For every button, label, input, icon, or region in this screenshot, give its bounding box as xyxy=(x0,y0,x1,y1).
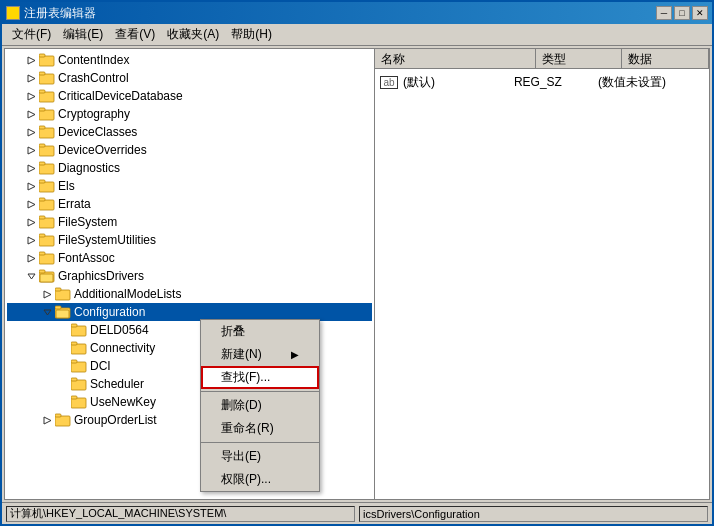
title-bar-buttons: ─ □ ✕ xyxy=(656,6,708,20)
ctx-export[interactable]: 导出(E) xyxy=(201,445,319,468)
svg-rect-56 xyxy=(71,396,77,399)
tree-item-errata[interactable]: Errata xyxy=(7,195,372,213)
expand-icon-connectivity[interactable] xyxy=(55,340,71,356)
expand-icon-filesystem[interactable] xyxy=(23,214,39,230)
svg-rect-47 xyxy=(71,326,86,336)
tree-label-scheduler: Scheduler xyxy=(90,377,144,391)
title-bar: 注册表编辑器 ─ □ ✕ xyxy=(2,2,712,24)
expand-icon-fontassoc[interactable] xyxy=(23,250,39,266)
minimize-button[interactable]: ─ xyxy=(656,6,672,20)
ctx-permissions[interactable]: 权限(P)... xyxy=(201,468,319,491)
menu-help[interactable]: 帮助(H) xyxy=(225,24,278,45)
tree-item-filesystem[interactable]: FileSystem xyxy=(7,213,372,231)
status-bar: 计算机\HKEY_LOCAL_MACHINE\SYSTEM\ icsDriver… xyxy=(2,502,712,524)
tree-item-graphicsdrivers[interactable]: GraphicsDrivers xyxy=(7,267,372,285)
expand-icon-contentindex[interactable] xyxy=(23,52,39,68)
expand-icon-deviceclasses[interactable] xyxy=(23,124,39,140)
folder-icon-criticaldevicedatabase xyxy=(39,89,55,103)
expand-icon-crashcontrol[interactable] xyxy=(23,70,39,86)
tree-item-diagnostics[interactable]: Diagnostics xyxy=(7,159,372,177)
tree-item-cryptography[interactable]: Cryptography xyxy=(7,105,372,123)
expand-icon-errata[interactable] xyxy=(23,196,39,212)
ctx-delete[interactable]: 删除(D) xyxy=(201,394,319,417)
menu-view[interactable]: 查看(V) xyxy=(109,24,161,45)
expand-icon-additionalmodelists[interactable] xyxy=(39,286,55,302)
tree-item-crashcontrol[interactable]: CrashControl xyxy=(7,69,372,87)
tree-label-graphicsdrivers: GraphicsDrivers xyxy=(58,269,144,283)
svg-rect-52 xyxy=(71,360,77,363)
tree-label-cryptography: Cryptography xyxy=(58,107,130,121)
svg-rect-42 xyxy=(55,288,61,291)
expand-icon-diagnostics[interactable] xyxy=(23,160,39,176)
tree-label-contentindex: ContentIndex xyxy=(58,53,129,67)
menu-edit[interactable]: 编辑(E) xyxy=(57,24,109,45)
svg-marker-9 xyxy=(28,111,35,118)
ctx-rename[interactable]: 重命名(R) xyxy=(201,417,319,440)
svg-rect-11 xyxy=(39,108,45,111)
tree-item-deviceclasses[interactable]: DeviceClasses xyxy=(7,123,372,141)
folder-icon-dci xyxy=(71,359,87,373)
folder-icon-additionalmodelists xyxy=(55,287,71,301)
expand-icon-grouporderlist[interactable] xyxy=(39,412,55,428)
expand-icon-deld0564[interactable] xyxy=(55,322,71,338)
svg-rect-20 xyxy=(39,162,45,165)
svg-rect-29 xyxy=(39,216,45,219)
svg-marker-3 xyxy=(28,75,35,82)
right-panel: 名称 类型 数据 ab (默认) REG_SZ (数值未设置) xyxy=(375,49,709,499)
tree-label-fontassoc: FontAssoc xyxy=(58,251,115,265)
menu-favorites[interactable]: 收藏夹(A) xyxy=(161,24,225,45)
svg-marker-43 xyxy=(44,310,51,315)
svg-rect-8 xyxy=(39,90,45,93)
ctx-divider-1 xyxy=(201,391,319,392)
tree-label-configuration: Configuration xyxy=(74,305,145,319)
tree-item-fontassoc[interactable]: FontAssoc xyxy=(7,249,372,267)
close-button[interactable]: ✕ xyxy=(692,6,708,20)
svg-marker-24 xyxy=(28,201,35,208)
expand-icon-criticaldevicedatabase[interactable] xyxy=(23,88,39,104)
ctx-new[interactable]: 新建(N) ▶ xyxy=(201,343,319,366)
expand-icon-graphicsdrivers[interactable] xyxy=(23,268,39,284)
svg-marker-36 xyxy=(28,274,35,279)
expand-icon-els[interactable] xyxy=(23,178,39,194)
expand-icon-deviceoverrides[interactable] xyxy=(23,142,39,158)
tree-item-additionalmodelists[interactable]: AdditionalModeLists xyxy=(7,285,372,303)
folder-icon-filesystemutilities xyxy=(39,233,55,247)
folder-icon-grouporderlist xyxy=(55,413,71,427)
tree-label-filesystemutilities: FileSystemUtilities xyxy=(58,233,156,247)
svg-rect-50 xyxy=(71,342,77,345)
svg-rect-54 xyxy=(71,378,77,381)
expand-icon-configuration[interactable] xyxy=(39,304,55,320)
tree-item-deviceoverrides[interactable]: DeviceOverrides xyxy=(7,141,372,159)
tree-label-connectivity: Connectivity xyxy=(90,341,155,355)
col-name: 名称 xyxy=(375,49,536,68)
ctx-find[interactable]: 查找(F)... xyxy=(201,366,319,389)
folder-icon-fontassoc xyxy=(39,251,55,265)
expand-icon-usenewkey[interactable] xyxy=(55,394,71,410)
folder-icon-crashcontrol xyxy=(39,71,55,85)
svg-marker-18 xyxy=(28,165,35,172)
ctx-collapse[interactable]: 折叠 xyxy=(201,320,319,343)
tree-item-criticaldevicedatabase[interactable]: CriticalDeviceDatabase xyxy=(7,87,372,105)
expand-icon-filesystemutilities[interactable] xyxy=(23,232,39,248)
tree-item-contentindex[interactable]: ContentIndex xyxy=(7,51,372,69)
folder-icon-cryptography xyxy=(39,107,55,121)
expand-icon-dci[interactable] xyxy=(55,358,71,374)
svg-rect-34 xyxy=(39,254,54,264)
svg-rect-10 xyxy=(39,110,54,120)
col-type: 类型 xyxy=(536,49,623,68)
tree-item-els[interactable]: Els xyxy=(7,177,372,195)
svg-marker-15 xyxy=(28,147,35,154)
folder-icon-usenewkey xyxy=(71,395,87,409)
expand-icon-cryptography[interactable] xyxy=(23,106,39,122)
menu-file[interactable]: 文件(F) xyxy=(6,24,57,45)
svg-marker-57 xyxy=(44,417,51,424)
svg-rect-23 xyxy=(39,180,45,183)
tree-label-dci: DCI xyxy=(90,359,111,373)
restore-button[interactable]: □ xyxy=(674,6,690,20)
tree-item-filesystemutilities[interactable]: FileSystemUtilities xyxy=(7,231,372,249)
expand-icon-scheduler[interactable] xyxy=(55,376,71,392)
main-window: 注册表编辑器 ─ □ ✕ 文件(F) 编辑(E) 查看(V) 收藏夹(A) 帮助… xyxy=(0,0,714,526)
svg-rect-39 xyxy=(40,274,53,282)
svg-rect-53 xyxy=(71,380,86,390)
svg-rect-25 xyxy=(39,200,54,210)
